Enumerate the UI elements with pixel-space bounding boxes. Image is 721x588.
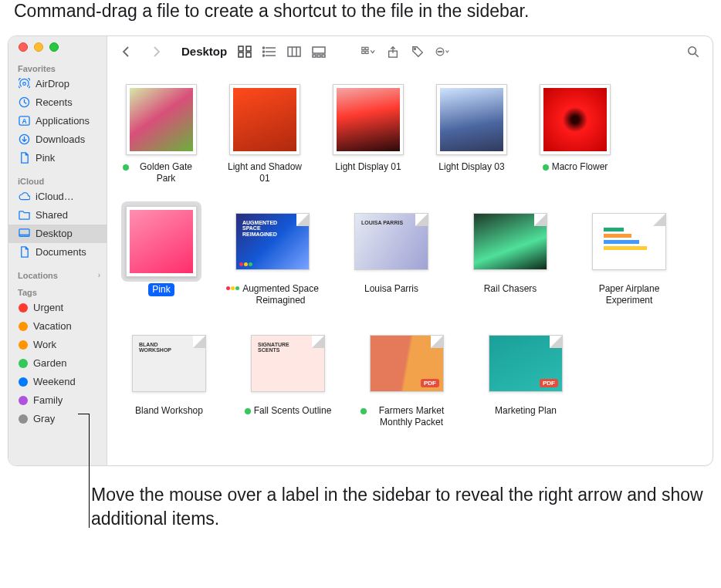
content-area[interactable]: Golden Gate ParkLight and Shadow 01Light…: [107, 67, 713, 465]
sidebar-item-label: Pink: [36, 152, 55, 164]
file-item[interactable]: Light Display 03: [433, 83, 510, 184]
file-item[interactable]: PDFMarketing Plan: [479, 326, 572, 428]
close-window-button[interactable]: [19, 42, 28, 52]
sidebar-item-applications[interactable]: AApplications: [8, 112, 107, 130]
zoom-window-button[interactable]: [49, 42, 59, 52]
sidebar-item-documents[interactable]: Documents: [8, 243, 107, 262]
svg-point-34: [440, 51, 441, 52]
sidebar-tag-family[interactable]: Family: [8, 391, 107, 410]
column-view-button[interactable]: [282, 42, 306, 61]
file-item[interactable]: Pink: [123, 204, 200, 306]
file-item[interactable]: Light and Shadow 01: [226, 83, 303, 184]
tag-dot-icon: [19, 396, 28, 405]
file-item[interactable]: Paper Airplane Experiment: [583, 204, 675, 306]
svg-point-0: [22, 83, 25, 86]
sidebar-section-locations[interactable]: Locations›: [8, 268, 107, 282]
toolbar: Desktop: [107, 36, 713, 67]
svg-rect-23: [317, 55, 320, 57]
sidebar-tag-garden[interactable]: Garden: [8, 354, 107, 373]
file-thumbnail: PDF: [370, 326, 444, 400]
file-thumbnail: [331, 83, 405, 157]
sidebar-tag-gray[interactable]: Gray: [8, 410, 107, 428]
file-item[interactable]: Golden Gate Park: [123, 83, 200, 184]
search-button[interactable]: [683, 42, 703, 61]
tag-dot-icon: [19, 303, 28, 313]
file-item[interactable]: SIGNATURE SCENTSFall Scents Outline: [242, 326, 334, 428]
more-button[interactable]: [432, 42, 452, 61]
app-icon: A: [18, 115, 30, 127]
list-view-button[interactable]: [257, 42, 282, 61]
tag-dot-icon: [19, 359, 28, 368]
file-item[interactable]: LOUISA PARRISLouisa Parris: [345, 204, 438, 306]
file-thumbnail: [124, 204, 198, 279]
file-item[interactable]: Light Display 01: [330, 83, 407, 184]
sidebar-section-tags[interactable]: Tags›: [8, 285, 107, 299]
sidebar-tag-work[interactable]: Work: [8, 336, 107, 354]
sidebar-item-airdrop[interactable]: AirDrop: [8, 75, 107, 93]
svg-point-36: [689, 47, 696, 55]
share-button[interactable]: [383, 42, 403, 61]
view-switcher: [232, 42, 332, 62]
file-thumbnail: LOUISA PARRIS: [354, 204, 428, 279]
callout-bottom: Move the mouse over a label in the sideb…: [0, 483, 721, 531]
svg-point-35: [442, 51, 442, 52]
sidebar-item-label: Work: [33, 339, 56, 350]
icon-view-button[interactable]: [232, 42, 257, 61]
sidebar-item-label: Gray: [33, 413, 55, 424]
sidebar-item-label: Urgent: [33, 302, 63, 313]
svg-point-31: [415, 48, 416, 49]
file-label: Rail Chasers: [484, 283, 537, 295]
keynote-icon: [226, 286, 239, 290]
sidebar-item-downloads[interactable]: Downloads: [8, 130, 107, 149]
sidebar-item-label: Applications: [36, 115, 90, 127]
tags-button[interactable]: [408, 42, 428, 61]
sidebar-item-desktop[interactable]: Desktop: [8, 225, 107, 243]
sidebar-tag-vacation[interactable]: Vacation: [8, 317, 107, 336]
sidebar-section-favorites[interactable]: Favorites›: [8, 61, 107, 75]
callout-leader: [78, 414, 89, 414]
file-item[interactable]: AUGMENTED SPACE REIMAGINEDAugmented Spac…: [226, 204, 319, 306]
sidebar-tag-weekend[interactable]: Weekend: [8, 373, 107, 391]
sidebar-item-label: Desktop: [36, 228, 73, 239]
file-item[interactable]: PDFFarmers Market Monthly Packet: [360, 326, 453, 428]
sidebar-section-icloud[interactable]: iCloud›: [8, 174, 107, 188]
file-label: Golden Gate Park: [123, 161, 200, 184]
tag-dot-icon: [19, 322, 28, 331]
gallery-view-button[interactable]: [306, 42, 331, 61]
minimize-window-button[interactable]: [34, 42, 43, 52]
tag-dot-icon: [245, 408, 251, 414]
doc-icon: [18, 246, 30, 259]
sidebar-item-recents[interactable]: Recents: [8, 93, 107, 112]
folder-icon: [18, 209, 30, 221]
svg-text:A: A: [22, 118, 26, 126]
sidebar-item-icloud-[interactable]: iCloud…: [8, 188, 107, 206]
group-by-button[interactable]: [358, 42, 378, 61]
svg-point-33: [438, 51, 438, 52]
back-button[interactable]: [117, 42, 137, 61]
sidebar-tag-urgent[interactable]: Urgent: [8, 299, 107, 317]
sidebar-item-label: Family: [33, 394, 63, 406]
file-item[interactable]: Macro Flower: [537, 83, 614, 184]
file-label: Light and Shadow 01: [226, 161, 303, 184]
file-label: Macro Flower: [543, 161, 608, 173]
file-label: Augmented Space Reimagined: [226, 283, 319, 306]
file-item[interactable]: BLAND WORKSHOPBland Workshop: [123, 326, 215, 428]
doc-icon: [18, 152, 30, 164]
sidebar-item-label: Vacation: [33, 320, 72, 332]
airdrop-icon: [18, 78, 30, 90]
file-item[interactable]: Rail Chasers: [464, 204, 557, 306]
file-label: Paper Airplane Experiment: [583, 283, 675, 306]
sidebar-item-shared[interactable]: Shared: [8, 206, 107, 225]
svg-rect-24: [322, 55, 325, 57]
forward-button[interactable]: [146, 42, 166, 61]
svg-rect-21: [313, 47, 325, 53]
svg-rect-11: [246, 52, 251, 57]
sidebar-item-pink[interactable]: Pink: [8, 149, 107, 167]
sidebar-item-label: Weekend: [33, 376, 76, 387]
file-label: Light Display 01: [335, 161, 401, 173]
window-title: Desktop: [181, 45, 227, 58]
file-thumbnail: [592, 204, 666, 279]
finder-window: Favorites› AirDropRecentsAApplicationsDo…: [8, 35, 713, 466]
sidebar-item-label: AirDrop: [36, 78, 69, 90]
file-thumbnail: BLAND WORKSHOP: [132, 326, 206, 400]
